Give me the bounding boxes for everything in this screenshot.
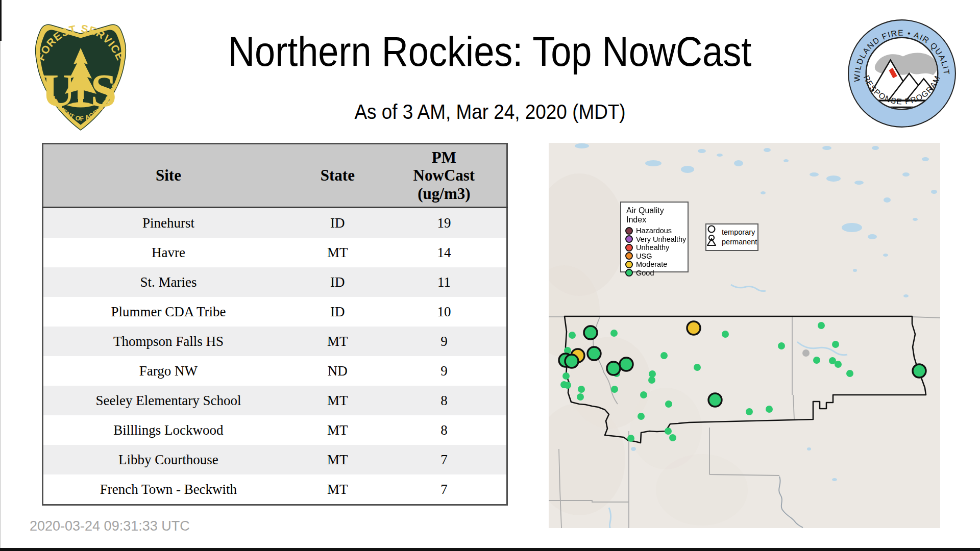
monitor-marker-small: [846, 370, 853, 377]
monitor-marker-small: [818, 322, 825, 329]
state-cell: ID: [293, 297, 382, 327]
aqi-color-dot-icon: [625, 227, 633, 235]
monitor-marker-small: [578, 386, 585, 393]
site-cell: St. Maries: [43, 267, 293, 297]
table-row: HavreMT14: [43, 238, 507, 267]
nowcast-table: Site State PM NowCast (ug/m3) PinehurstI…: [42, 143, 508, 506]
monitor-marker-small: [611, 386, 618, 393]
aqi-legend-item: USG: [625, 252, 683, 261]
aqi-legend-item: Moderate: [625, 260, 683, 269]
state-cell: MT: [293, 445, 382, 474]
value-cell: 8: [382, 415, 507, 445]
state-cell: MT: [293, 327, 382, 356]
monitor-marker-small: [610, 330, 618, 337]
site-cell: Havre: [43, 238, 293, 267]
site-cell: Pinehurst: [43, 208, 293, 238]
state-cell: MT: [293, 238, 382, 267]
value-cell: 8: [382, 386, 507, 415]
aqi-color-dot-icon: [625, 261, 633, 268]
monitor-marker-small: [694, 364, 701, 371]
page-title: Northern Rockies: Top NowCast: [228, 30, 751, 73]
aqi-item-label: Good: [636, 269, 654, 277]
monitor-marker-large: [620, 358, 633, 371]
aqi-legend-title: Air Quality Index: [626, 206, 683, 224]
table-row: Billlings LockwoodMT8: [43, 415, 507, 445]
monitor-marker-small: [802, 349, 810, 357]
table-row: French Town - BeckwithMT7: [43, 474, 507, 505]
monitor-map: Air Quality Index HazardousVery Unhealth…: [549, 143, 940, 528]
value-cell: 14: [382, 238, 507, 267]
temporary-label: temporary: [722, 228, 757, 237]
table-header-row: Site State PM NowCast (ug/m3): [43, 144, 507, 208]
monitor-marker-small: [569, 332, 576, 339]
table-row: Seeley Elementary SchoolMT8: [43, 386, 507, 415]
value-cell: 9: [382, 356, 507, 386]
monitor-marker-small: [665, 428, 672, 435]
site-cell: Thompson Falls HS: [43, 327, 293, 356]
page-subtitle: As of 3 AM, Mar 24, 2020 (MDT): [354, 100, 625, 124]
monitor-marker-small: [660, 352, 668, 359]
monitor-marker-small: [649, 370, 656, 378]
monitor-marker-large: [687, 321, 700, 335]
monitor-marker-small: [648, 377, 655, 384]
state-cell: MT: [293, 474, 382, 505]
value-cell: 7: [382, 445, 507, 474]
site-cell: Libby Courthouse: [43, 445, 293, 474]
window-edge-top-left: [0, 0, 2, 41]
permanent-marker-icon: [707, 235, 716, 245]
generated-timestamp: 2020-03-24 09:31:33 UTC: [30, 518, 190, 534]
aqi-item-label: Unhealthy: [636, 243, 669, 252]
aqi-legend-item: Hazardous: [625, 227, 683, 235]
state-cell: MT: [293, 415, 382, 445]
state-cell: ID: [293, 208, 382, 238]
monitor-marker-small: [665, 400, 672, 408]
table-row: Libby CourthouseMT7: [43, 445, 507, 474]
table-row: PinehurstID19: [43, 208, 507, 238]
table-row: Fargo NWND9: [43, 356, 507, 386]
aqi-legend-item: Very Unhealthy: [625, 235, 683, 244]
aqi-item-label: Hazardous: [636, 227, 672, 235]
monitor-marker-small: [813, 357, 820, 364]
monitor-marker-small: [638, 413, 645, 420]
temporary-marker-icon: [708, 226, 715, 233]
monitor-marker-large: [587, 347, 601, 360]
site-cell: Seeley Elementary School: [43, 386, 293, 415]
monitor-marker-small: [627, 435, 634, 442]
state-cell: MT: [293, 386, 382, 415]
aqi-legend-items: HazardousVery UnhealthyUnhealthyUSGModer…: [625, 227, 683, 277]
monitor-marker-large: [708, 393, 722, 407]
value-cell: 9: [382, 327, 507, 356]
window-edge-bottom: [0, 548, 980, 551]
monitor-marker-small: [577, 393, 584, 400]
aqi-item-label: Very Unhealthy: [636, 235, 686, 243]
monitor-marker-small: [722, 331, 729, 338]
table-row: Thompson Falls HSMT9: [43, 327, 507, 356]
monitor-marker-large: [607, 362, 620, 375]
table-row: Plummer CDA TribeID10: [43, 297, 507, 327]
table-body: PinehurstID19HavreMT14St. MariesID11Plum…: [43, 208, 507, 505]
aqi-color-dot-icon: [625, 269, 633, 277]
aqi-item-label: USG: [636, 252, 652, 260]
monitor-marker-small: [562, 372, 570, 380]
monitor-marker-small: [564, 382, 571, 389]
column-header-state: State: [293, 144, 382, 208]
site-cell: Plummer CDA Tribe: [43, 297, 293, 327]
state-cell: ID: [293, 267, 382, 297]
monitor-marker-small: [640, 391, 647, 398]
monitor-marker-small: [778, 342, 785, 349]
value-cell: 19: [382, 208, 507, 238]
monitor-marker-small: [766, 406, 773, 413]
monitor-marker-large: [584, 326, 597, 339]
wfaqrp-logo: WILDLAND FIRE • AIR QUALITY RESPONSE PRO…: [845, 16, 959, 131]
monitor-marker-large: [913, 364, 926, 378]
wfaqrp-logo-icon: WILDLAND FIRE • AIR QUALITY RESPONSE PRO…: [845, 16, 959, 131]
usfs-shield-icon: FOREST SERVICE DEPARTMENT OF AGRICULTURE…: [30, 18, 132, 133]
monitor-marker-small: [669, 434, 676, 441]
site-cell: French Town - Beckwith: [43, 474, 293, 505]
table-row: St. MariesID11: [43, 267, 507, 297]
aqi-color-dot-icon: [625, 244, 633, 252]
site-cell: Billlings Lockwood: [43, 415, 293, 445]
column-header-value: PM NowCast (ug/m3): [382, 144, 507, 208]
monitor-marker-small: [832, 341, 839, 348]
report-slide: FOREST SERVICE DEPARTMENT OF AGRICULTURE…: [0, 0, 980, 551]
